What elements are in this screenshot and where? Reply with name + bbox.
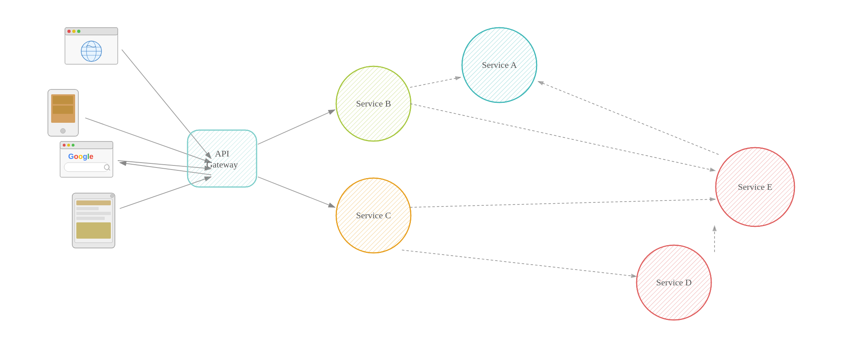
svg-rect-38 (76, 212, 111, 215)
service-e-label: Service E (738, 182, 773, 192)
service-a: Service A (462, 28, 537, 102)
arrow-c-to-d (402, 250, 637, 276)
svg-rect-36 (76, 200, 111, 205)
service-b: Service B (336, 66, 411, 141)
client-web-browser (65, 28, 118, 64)
service-c: Service C (336, 178, 411, 253)
svg-point-28 (67, 144, 70, 147)
svg-point-24 (60, 128, 65, 133)
svg-text:Google: Google (68, 152, 93, 161)
service-c-label: Service C (356, 210, 391, 220)
architecture-diagram: Google (0, 0, 868, 361)
arrow-e-to-a (538, 81, 719, 154)
arrow-gw-to-serviceb (258, 110, 335, 144)
client-mobile (48, 89, 78, 136)
svg-rect-23 (53, 106, 73, 114)
svg-rect-22 (53, 96, 73, 104)
client-webapp: Google (60, 141, 113, 177)
service-e: Service E (716, 148, 795, 226)
diagram-canvas: Google (0, 0, 868, 361)
gateway-label-line1: API (215, 148, 229, 159)
svg-rect-40 (76, 222, 111, 239)
svg-point-11 (67, 30, 71, 33)
svg-rect-42 (188, 130, 257, 187)
arrow-b-to-a (410, 77, 461, 87)
arrow-b-to-e (410, 104, 715, 171)
svg-rect-31 (64, 163, 109, 172)
service-a-label: Service A (482, 60, 517, 70)
svg-point-29 (72, 144, 75, 147)
svg-point-41 (110, 194, 114, 198)
service-b-label: Service B (356, 98, 391, 109)
arrow-c-to-e (410, 199, 715, 207)
svg-point-27 (63, 144, 66, 147)
arrow-gw-to-servicec (258, 177, 335, 207)
service-d: Service D (637, 245, 711, 320)
svg-point-13 (77, 30, 80, 33)
svg-rect-37 (76, 207, 99, 210)
gateway-label-line2: Gateway (206, 159, 238, 170)
api-gateway: API Gateway (188, 130, 257, 187)
svg-rect-39 (76, 217, 105, 220)
svg-point-12 (72, 30, 76, 33)
service-d-label: Service D (656, 277, 691, 287)
client-tablet (72, 193, 115, 248)
